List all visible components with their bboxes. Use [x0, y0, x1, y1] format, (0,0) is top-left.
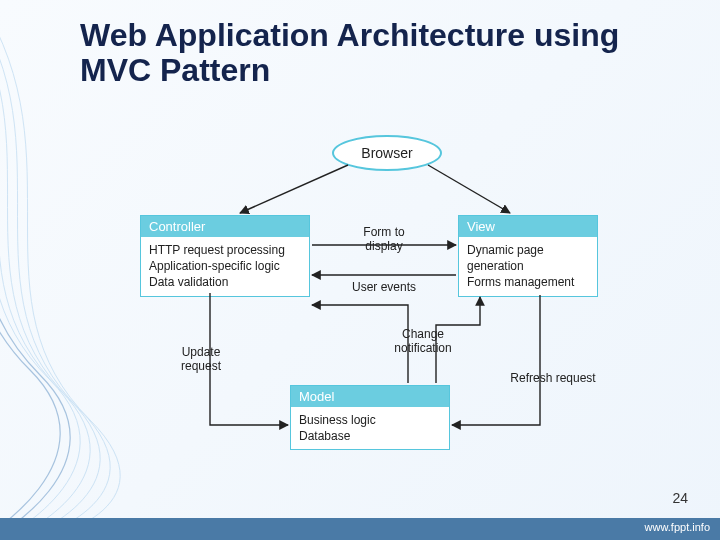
page-number: 24: [672, 490, 688, 506]
node-model: Model Business logicDatabase: [290, 385, 450, 450]
edge-label-change-notification: Changenotification: [378, 327, 468, 356]
edge-label-form-to-display: Form todisplay: [344, 225, 424, 254]
node-browser: Browser: [332, 135, 442, 171]
mvc-diagram: Browser Controller HTTP request processi…: [140, 135, 640, 485]
svg-line-0: [240, 165, 348, 213]
node-controller-header: Controller: [141, 216, 309, 237]
node-model-body: Business logicDatabase: [291, 407, 449, 449]
node-browser-label: Browser: [361, 145, 412, 161]
slide-title: Web Application Architecture using MVC P…: [80, 18, 680, 88]
node-controller: Controller HTTP request processingApplic…: [140, 215, 310, 297]
footer-bar: www.fppt.info: [0, 518, 720, 540]
node-view-header: View: [459, 216, 597, 237]
node-controller-body: HTTP request processingApplication-speci…: [141, 237, 309, 296]
footer-link-text: www.fppt.info: [645, 521, 710, 533]
edge-label-refresh-request: Refresh request: [498, 371, 608, 385]
node-view: View Dynamic pagegenerationForms managem…: [458, 215, 598, 297]
edge-label-user-events: User events: [344, 280, 424, 294]
node-view-body: Dynamic pagegenerationForms management: [459, 237, 597, 296]
svg-line-1: [428, 165, 510, 213]
edge-label-update-request: Updaterequest: [166, 345, 236, 374]
node-model-header: Model: [291, 386, 449, 407]
